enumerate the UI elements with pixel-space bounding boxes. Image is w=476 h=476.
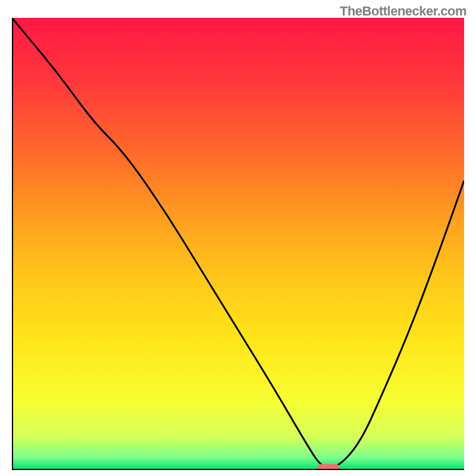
watermark-text: TheBottlenecker.com [340,4,466,19]
chart-plot [12,18,464,470]
chart-svg [12,18,464,470]
chart-background [12,18,464,469]
